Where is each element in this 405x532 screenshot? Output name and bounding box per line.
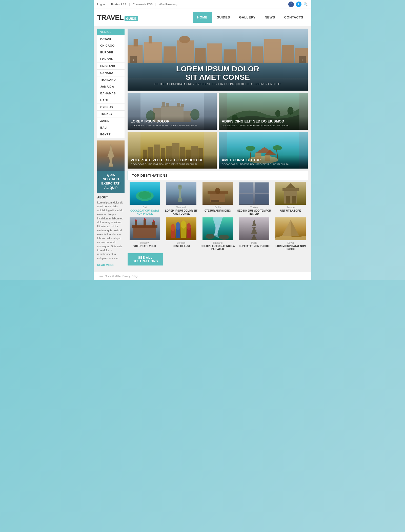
dest-thailand-img — [200, 217, 235, 240]
top-bar-links: Log in | Entries RSS | Comments RSS | Wo… — [97, 3, 179, 6]
nav-news[interactable]: NEWS — [260, 12, 280, 23]
sidebar-item-europe[interactable]: EUROPE — [97, 49, 125, 56]
hero-prev-button[interactable]: ‹ — [130, 56, 137, 63]
hero-subtitle: OCCAECAT CUPIDATAT NON PROIDENT SUNT IN … — [133, 83, 303, 86]
sidebar: VENICE HAWAII CHICAGO EUROPE LONDON ENGL… — [97, 29, 125, 270]
dest-turkey[interactable]: Turkey SED DO EIUSMOD TEMPOR INCIDID — [237, 182, 271, 215]
london-icon — [164, 217, 198, 240]
svg-rect-27 — [181, 104, 184, 107]
sidebar-item-bali[interactable]: BALI — [97, 124, 125, 131]
dest-egypt-location: Egypt — [273, 241, 308, 244]
eiffel-tower-icon — [106, 143, 116, 171]
dest-europe[interactable]: Europe UNT UT LABORE — [273, 182, 308, 215]
thumb-title-3: AMET CONSE CTETUR — [222, 158, 305, 162]
svg-rect-82 — [135, 221, 137, 227]
comments-rss-link[interactable]: Comments RSS — [133, 3, 153, 6]
svg-rect-6 — [134, 39, 138, 47]
svg-point-92 — [176, 222, 180, 230]
egypt-icon — [273, 217, 308, 240]
sidebar-item-turkey[interactable]: TURKEY — [97, 111, 125, 117]
sidebar-item-chicago[interactable]: CHICAGO — [97, 42, 125, 49]
dest-berlin[interactable]: Berlin CTETUR ADIPISICING — [200, 182, 235, 215]
svg-rect-24 — [162, 102, 165, 107]
dest-berlin-location: Berlin — [200, 206, 235, 209]
thumb-item-island[interactable]: AMET CONSE CTETUR OCCAECAT CUPIDATAT NON… — [219, 132, 308, 169]
dest-egypt-name: LOREM CUPIDATAT NON PROIDE — [273, 245, 308, 251]
thumb-item-castle[interactable]: LOREM IPSUM DOLOR OCCAECAT CUPIDATAT NON… — [128, 93, 217, 130]
nav-home[interactable]: HOME — [193, 12, 212, 23]
dest-turkey-img — [237, 182, 271, 205]
about-text: Lorem ipsum dolor sit amet conse ctetur … — [97, 201, 125, 260]
svg-rect-84 — [144, 220, 146, 227]
top-bar-right: f t 🔍 — [288, 2, 308, 7]
see-all-button[interactable]: SEE ALL DESTINATIONS — [128, 253, 163, 265]
thumb-sub-2: OCCAECAT CUPIDATAT NON PROIDENT SUNT IN … — [131, 163, 214, 166]
sidebar-card-text: QUIS NOSTRUD EXERCITATI ALIQUIP — [97, 171, 125, 193]
entries-rss-link[interactable]: Entries RSS — [111, 3, 126, 6]
svg-rect-71 — [239, 194, 253, 204]
svg-point-94 — [181, 220, 186, 229]
dest-bali-name: OCCAECAT CUPIDATAT NON PROIDE — [128, 209, 162, 215]
thumb-item-desert[interactable]: VOLUPTATE VELIT ESSE CILLUM DOLORE OCCAE… — [128, 132, 217, 169]
sidebar-item-england[interactable]: ENGLAND — [97, 63, 125, 70]
svg-rect-77 — [286, 196, 290, 203]
nav-gallery[interactable]: GALLERY — [235, 12, 260, 23]
sidebar-item-zaire[interactable]: ZAIRE — [97, 117, 125, 124]
sidebar-item-jamaica[interactable]: JAMAICA — [97, 83, 125, 90]
svg-point-54 — [273, 145, 282, 150]
svg-rect-8 — [149, 36, 152, 44]
dest-europe-img — [273, 182, 308, 205]
nav-guides[interactable]: GUIDES — [212, 12, 235, 23]
hero-next-button[interactable]: › — [299, 56, 306, 63]
facebook-icon[interactable]: f — [288, 2, 294, 7]
dest-paris-name: CUPIDATAT NON PROIDE — [237, 245, 271, 248]
thumbnail-grid: LOREM IPSUM DOLOR OCCAECAT CUPIDATAT NON… — [128, 93, 308, 169]
privacy-policy-link[interactable]: Privacy Policy — [122, 275, 138, 278]
sidebar-item-cyprus[interactable]: CYPRUS — [97, 104, 125, 111]
svg-point-99 — [219, 235, 229, 240]
svg-point-96 — [187, 223, 191, 230]
sidebar-item-haiti[interactable]: HAITI — [97, 97, 125, 104]
newyork-icon — [164, 182, 198, 205]
sidebar-item-london[interactable]: LONDON — [97, 56, 125, 63]
dest-paris[interactable]: Paris CUPIDATAT NON PROIDE — [237, 217, 271, 251]
svg-marker-0 — [107, 143, 114, 166]
about-title: ABOUT — [97, 196, 125, 199]
turkey-icon — [237, 182, 271, 205]
destinations-row-1: Bali OCCAECAT CUPIDATAT NON PROIDE — [128, 182, 308, 215]
top-bar: Log in | Entries RSS | Comments RSS | Wo… — [94, 0, 311, 9]
svg-rect-67 — [211, 200, 219, 202]
nav-contacts[interactable]: CONTACTS — [280, 12, 308, 23]
thumb-sub-0: OCCAECAT CUPIDATAT NON PROIDENT SUNT IN … — [131, 124, 214, 127]
dest-egypt[interactable]: Egypt LOREM CUPIDATAT NON PROIDE — [273, 217, 308, 251]
sidebar-item-thailand[interactable]: THAILAND — [97, 76, 125, 83]
sidebar-item-venice[interactable]: VENICE — [97, 29, 125, 35]
europe-icon — [273, 182, 308, 205]
dest-thailand[interactable]: Thailand DOLORE EU FUGIAT NULLA PARIATUR — [200, 217, 235, 251]
read-more-link[interactable]: READ MORE — [97, 263, 114, 267]
dest-moscow[interactable]: Moscow VOLUPTATE VELIT — [128, 217, 162, 251]
sidebar-item-canada[interactable]: CANADA — [97, 70, 125, 76]
dest-turkey-name: SED DO EIUSMOD TEMPOR INCIDID — [237, 209, 271, 215]
sidebar-item-egypt[interactable]: EGYPT — [97, 131, 125, 138]
search-icon[interactable]: 🔍 — [303, 2, 308, 6]
sidebar-item-bahamas[interactable]: BAHAMAS — [97, 90, 125, 97]
sidebar-about: ABOUT Lorem ipsum dolor sit amet conse c… — [97, 193, 125, 270]
logo[interactable]: TRAVELGUIDE — [97, 13, 138, 22]
thumb-item-hills[interactable]: ADIPISICING ELIT SED DO EIUSMOD OCCAECAT… — [219, 93, 308, 130]
thumb-title-1: ADIPISICING ELIT SED DO EIUSMOD — [222, 119, 305, 124]
dest-london[interactable]: London ESSE CILLUM — [164, 217, 198, 251]
svg-point-32 — [275, 110, 280, 117]
dest-europe-location: Europe — [273, 206, 308, 209]
logo-guide: GUIDE — [125, 16, 138, 21]
wordpress-link[interactable]: WordPress.org — [159, 3, 177, 6]
dest-berlin-img — [200, 182, 235, 205]
login-link[interactable]: Log in — [97, 3, 105, 6]
sidebar-item-hawaii[interactable]: HAWAII — [97, 35, 125, 42]
footer-text: Travel Guide © 2014. — [97, 275, 121, 278]
thumb-overlay-2: VOLUPTATE VELIT ESSE CILLUM DOLORE OCCAE… — [128, 155, 217, 169]
svg-rect-72 — [255, 194, 269, 204]
dest-newyork[interactable]: New York LOREM IPSUM DOLOR SIT AMET CONS… — [164, 182, 198, 215]
dest-bali[interactable]: Bali OCCAECAT CUPIDATAT NON PROIDE — [128, 182, 162, 215]
twitter-icon[interactable]: t — [296, 2, 301, 7]
